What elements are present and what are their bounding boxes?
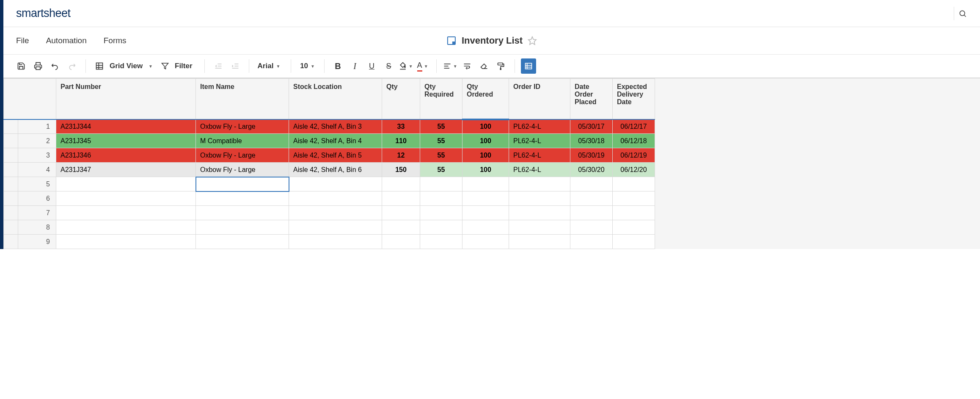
cell[interactable] (613, 220, 655, 235)
cell[interactable] (420, 206, 462, 220)
save-button[interactable] (14, 58, 29, 74)
grid-view-button[interactable]: Grid View ▼ (92, 58, 156, 74)
align-button[interactable]: ▼ (443, 58, 458, 74)
cell[interactable]: Aisle 42, Shelf A, Bin 4 (289, 134, 382, 148)
column-header[interactable]: Item Name (196, 79, 289, 119)
menu-file[interactable]: File (16, 36, 29, 45)
cell[interactable]: Oxbow Fly - Large (196, 163, 289, 177)
cell[interactable] (196, 177, 289, 191)
row-number[interactable]: 6 (18, 191, 56, 206)
cell[interactable]: A231J344 (56, 119, 196, 134)
cell[interactable] (420, 220, 462, 235)
column-header[interactable]: Qty (382, 79, 420, 119)
row-number[interactable]: 4 (18, 163, 56, 177)
cell[interactable] (56, 220, 196, 235)
cell[interactable] (509, 206, 570, 220)
cell[interactable]: 100 (462, 163, 509, 177)
row-handle[interactable] (4, 206, 18, 220)
cell[interactable]: 100 (462, 119, 509, 134)
clear-format-button[interactable] (476, 58, 492, 74)
cell[interactable]: A231J345 (56, 134, 196, 148)
column-header[interactable]: Qty Required (420, 79, 462, 119)
row-handle[interactable] (4, 191, 18, 206)
cell[interactable]: 55 (420, 148, 462, 163)
row-number[interactable]: 2 (18, 134, 56, 148)
redo-button[interactable] (64, 58, 80, 74)
cell[interactable] (56, 206, 196, 220)
menu-forms[interactable]: Forms (104, 36, 127, 45)
column-header[interactable]: Expected Delivery Date (613, 79, 655, 119)
cell[interactable]: 05/30/17 (570, 119, 613, 134)
row-number[interactable]: 8 (18, 220, 56, 235)
wrap-button[interactable] (460, 58, 475, 74)
cell[interactable]: PL62-4-L (509, 119, 570, 134)
cell[interactable]: 06/12/19 (613, 148, 655, 163)
cell[interactable]: Aisle 42, Shelf A, Bin 3 (289, 119, 382, 134)
cell[interactable] (382, 177, 420, 191)
cell[interactable]: 55 (420, 134, 462, 148)
cell[interactable]: Oxbow Fly - Large (196, 119, 289, 134)
column-header[interactable]: Order ID (509, 79, 570, 119)
cell[interactable]: A231J346 (56, 148, 196, 163)
cell[interactable]: 12 (382, 148, 420, 163)
table-row[interactable]: 8 (4, 220, 655, 235)
undo-button[interactable] (47, 58, 63, 74)
cell[interactable] (509, 220, 570, 235)
row-handle[interactable] (4, 119, 18, 134)
cell[interactable]: PL62-4-L (509, 163, 570, 177)
row-number[interactable]: 7 (18, 206, 56, 220)
font-select[interactable]: Arial▼ (255, 62, 285, 70)
cell[interactable]: 100 (462, 148, 509, 163)
corner-cell[interactable] (4, 79, 56, 119)
cell[interactable]: 05/30/19 (570, 148, 613, 163)
cell[interactable]: Oxbow Fly - Large (196, 148, 289, 163)
cell[interactable] (382, 235, 420, 249)
cell[interactable] (420, 177, 462, 191)
cell[interactable] (570, 235, 613, 249)
column-header[interactable]: Date Order Placed (570, 79, 613, 119)
cell[interactable] (509, 177, 570, 191)
cell[interactable] (420, 191, 462, 206)
bold-button[interactable]: B (330, 58, 346, 74)
indent-button[interactable] (228, 58, 243, 74)
cell[interactable] (420, 235, 462, 249)
outdent-button[interactable] (211, 58, 226, 74)
cell[interactable]: PL62-4-L (509, 134, 570, 148)
cell[interactable]: 33 (382, 119, 420, 134)
cell[interactable]: A231J347 (56, 163, 196, 177)
column-header[interactable]: Stock Location (289, 79, 382, 119)
cell[interactable] (289, 177, 382, 191)
cell[interactable] (289, 235, 382, 249)
cell[interactable] (56, 177, 196, 191)
table-row[interactable]: 7 (4, 206, 655, 220)
table-row[interactable]: 1A231J344Oxbow Fly - LargeAisle 42, Shel… (4, 119, 655, 134)
cell[interactable]: 06/12/20 (613, 163, 655, 177)
print-button[interactable] (30, 58, 46, 74)
cell[interactable] (509, 235, 570, 249)
column-header[interactable]: Qty Ordered (462, 79, 509, 119)
data-grid[interactable]: Part NumberItem NameStock LocationQtyQty… (3, 78, 655, 249)
cell[interactable] (289, 220, 382, 235)
row-handle[interactable] (4, 177, 18, 191)
cell[interactable]: 05/30/18 (570, 134, 613, 148)
cell[interactable]: 06/12/17 (613, 119, 655, 134)
cell[interactable] (462, 235, 509, 249)
cell[interactable] (56, 191, 196, 206)
cell[interactable]: Aisle 42, Shelf A, Bin 5 (289, 148, 382, 163)
strikethrough-button[interactable]: S (381, 58, 396, 74)
cell[interactable] (462, 220, 509, 235)
star-icon[interactable] (528, 36, 537, 45)
cell[interactable]: 110 (382, 134, 420, 148)
cell[interactable] (196, 220, 289, 235)
cell[interactable] (289, 191, 382, 206)
row-handle[interactable] (4, 235, 18, 249)
menu-automation[interactable]: Automation (46, 36, 87, 45)
grid-area[interactable]: Part NumberItem NameStock LocationQtyQty… (3, 78, 980, 249)
row-number[interactable]: 1 (18, 119, 56, 134)
cell[interactable]: Aisle 42, Shelf A, Bin 6 (289, 163, 382, 177)
font-color-button[interactable]: A ▼ (415, 58, 430, 74)
cell[interactable]: PL62-4-L (509, 148, 570, 163)
row-handle[interactable] (4, 134, 18, 148)
table-row[interactable]: 9 (4, 235, 655, 249)
cell[interactable] (196, 191, 289, 206)
